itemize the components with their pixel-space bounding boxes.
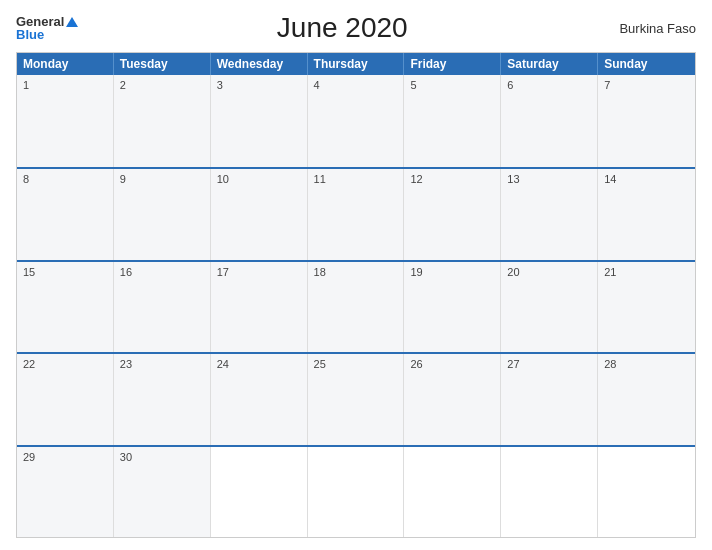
calendar-cell: 4 (308, 75, 405, 167)
day-number: 5 (410, 79, 494, 91)
calendar-week: 1234567 (17, 75, 695, 167)
day-number: 26 (410, 358, 494, 370)
calendar-title: June 2020 (78, 12, 606, 44)
day-number: 19 (410, 266, 494, 278)
week-wrapper: 2930 (17, 445, 695, 537)
calendar-day-header: Saturday (501, 53, 598, 75)
calendar-week: 22232425262728 (17, 354, 695, 444)
week-wrapper: 1234567 (17, 75, 695, 167)
logo: General Blue (16, 15, 78, 41)
calendar-day-header: Thursday (308, 53, 405, 75)
calendar-cell: 7 (598, 75, 695, 167)
day-number: 10 (217, 173, 301, 185)
day-number: 2 (120, 79, 204, 91)
day-number: 30 (120, 451, 204, 463)
calendar-cell: 24 (211, 354, 308, 444)
calendar-cell: 29 (17, 447, 114, 537)
calendar-cell (308, 447, 405, 537)
calendar-cell (211, 447, 308, 537)
calendar-cell: 16 (114, 262, 211, 352)
calendar-cell (404, 447, 501, 537)
calendar-day-header: Sunday (598, 53, 695, 75)
day-number: 7 (604, 79, 689, 91)
calendar-day-header: Monday (17, 53, 114, 75)
calendar-cell: 17 (211, 262, 308, 352)
calendar-cell: 8 (17, 169, 114, 259)
day-number: 17 (217, 266, 301, 278)
logo-triangle-icon (66, 17, 78, 27)
day-number: 27 (507, 358, 591, 370)
calendar-cell: 18 (308, 262, 405, 352)
day-number: 14 (604, 173, 689, 185)
day-number: 8 (23, 173, 107, 185)
calendar-cell: 9 (114, 169, 211, 259)
calendar-cell: 20 (501, 262, 598, 352)
calendar-cell (501, 447, 598, 537)
day-number: 23 (120, 358, 204, 370)
calendar-cell: 25 (308, 354, 405, 444)
calendar: MondayTuesdayWednesdayThursdayFridaySatu… (16, 52, 696, 538)
day-number: 29 (23, 451, 107, 463)
calendar-cell: 27 (501, 354, 598, 444)
calendar-cell: 22 (17, 354, 114, 444)
calendar-week: 2930 (17, 447, 695, 537)
day-number: 4 (314, 79, 398, 91)
calendar-cell: 26 (404, 354, 501, 444)
calendar-day-header: Wednesday (211, 53, 308, 75)
day-number: 15 (23, 266, 107, 278)
calendar-header: MondayTuesdayWednesdayThursdayFridaySatu… (17, 53, 695, 75)
calendar-cell (598, 447, 695, 537)
calendar-day-header: Tuesday (114, 53, 211, 75)
calendar-week: 15161718192021 (17, 262, 695, 352)
day-number: 28 (604, 358, 689, 370)
day-number: 18 (314, 266, 398, 278)
calendar-cell: 11 (308, 169, 405, 259)
week-wrapper: 22232425262728 (17, 352, 695, 444)
calendar-cell: 10 (211, 169, 308, 259)
day-number: 21 (604, 266, 689, 278)
day-number: 3 (217, 79, 301, 91)
calendar-cell: 5 (404, 75, 501, 167)
calendar-cell: 23 (114, 354, 211, 444)
calendar-cell: 30 (114, 447, 211, 537)
calendar-day-header: Friday (404, 53, 501, 75)
week-wrapper: 15161718192021 (17, 260, 695, 352)
day-number: 20 (507, 266, 591, 278)
calendar-cell: 3 (211, 75, 308, 167)
calendar-cell: 14 (598, 169, 695, 259)
calendar-cell: 2 (114, 75, 211, 167)
day-number: 13 (507, 173, 591, 185)
day-number: 1 (23, 79, 107, 91)
day-number: 25 (314, 358, 398, 370)
calendar-body: 1234567891011121314151617181920212223242… (17, 75, 695, 537)
page: General Blue June 2020 Burkina Faso Mond… (0, 0, 712, 550)
day-number: 11 (314, 173, 398, 185)
day-number: 24 (217, 358, 301, 370)
calendar-cell: 1 (17, 75, 114, 167)
day-number: 9 (120, 173, 204, 185)
calendar-cell: 19 (404, 262, 501, 352)
day-number: 16 (120, 266, 204, 278)
calendar-cell: 12 (404, 169, 501, 259)
logo-blue-text: Blue (16, 28, 44, 41)
calendar-cell: 28 (598, 354, 695, 444)
calendar-cell: 15 (17, 262, 114, 352)
day-number: 22 (23, 358, 107, 370)
calendar-cell: 13 (501, 169, 598, 259)
week-wrapper: 891011121314 (17, 167, 695, 259)
day-number: 12 (410, 173, 494, 185)
calendar-cell: 6 (501, 75, 598, 167)
calendar-cell: 21 (598, 262, 695, 352)
header: General Blue June 2020 Burkina Faso (16, 12, 696, 44)
day-number: 6 (507, 79, 591, 91)
country-label: Burkina Faso (606, 21, 696, 36)
calendar-week: 891011121314 (17, 169, 695, 259)
